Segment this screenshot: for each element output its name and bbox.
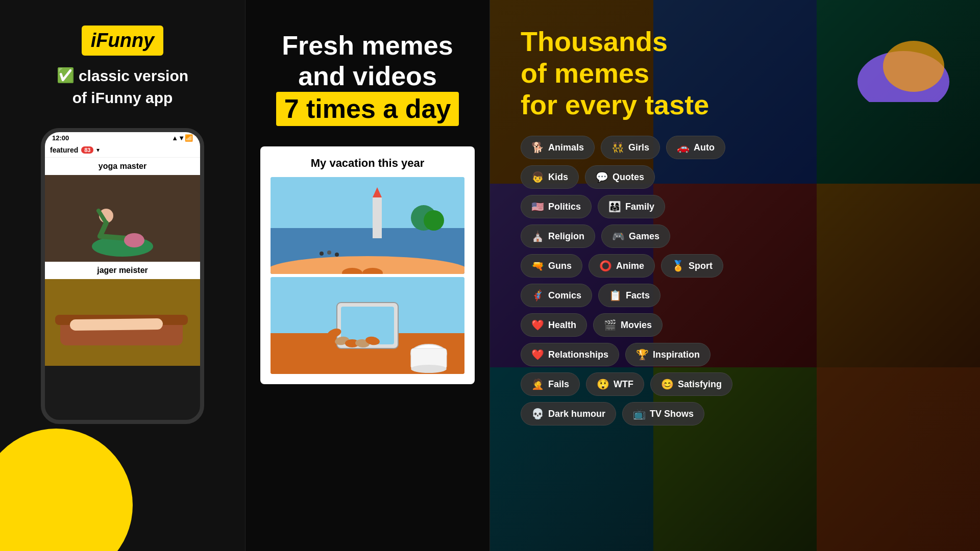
classic-description: ✅ classic version of iFunny app — [57, 66, 188, 108]
ifunny-logo-text: iFunny — [91, 30, 155, 51]
cat-girls[interactable]: 👯 Girls — [601, 136, 660, 159]
animals-icon: 🐕 — [531, 141, 544, 154]
cat-politics[interactable]: 🇺🇸 Politics — [521, 195, 592, 218]
girls-label: Girls — [628, 142, 649, 153]
politics-icon: 🇺🇸 — [531, 201, 544, 213]
cat-wtf[interactable]: 😲 WTF — [586, 372, 644, 396]
panel3-content: Thousands of memes for every taste 🐕 Ani… — [521, 26, 949, 425]
cat-anime[interactable]: ⭕ Anime — [589, 254, 655, 278]
cat-tv-shows[interactable]: 📺 TV Shows — [622, 402, 704, 425]
cat-row-10: 💀 Dark humour 📺 TV Shows — [521, 402, 949, 425]
cat-inspiration[interactable]: 🏆 Inspiration — [625, 343, 710, 366]
meme1-title: yoga master — [45, 158, 200, 175]
cat-movies[interactable]: 🎬 Movies — [593, 313, 663, 337]
cat-relationships[interactable]: ❤️ Relationships — [521, 343, 619, 366]
headline-of-memes: of memes — [521, 58, 649, 88]
meme2-image — [45, 279, 200, 366]
cat-animals[interactable]: 🐕 Animals — [521, 136, 595, 159]
cat-quotes[interactable]: 💬 Quotes — [585, 165, 655, 189]
svg-point-6 — [124, 233, 144, 247]
phone-time: 12:00 — [52, 134, 69, 142]
movies-icon: 🎬 — [604, 319, 617, 331]
inspiration-label: Inspiration — [653, 349, 700, 360]
games-icon: 🎮 — [612, 230, 625, 242]
desc-line2: of iFunny app — [57, 88, 188, 108]
cat-row-4: ⛪ Religion 🎮 Games — [521, 224, 949, 248]
svg-point-23 — [335, 253, 339, 257]
sport-label: Sport — [689, 261, 713, 271]
logo-wrap: iFunny — [82, 26, 164, 56]
cat-health[interactable]: ❤️ Health — [521, 313, 587, 337]
comics-icon: 🦸 — [531, 289, 544, 302]
featured-badge: 83 — [81, 146, 93, 154]
games-label: Games — [629, 231, 659, 242]
meme-card: My vacation this year — [260, 146, 475, 384]
cat-fails[interactable]: 🤦 Fails — [521, 372, 580, 396]
comics-label: Comics — [548, 290, 581, 301]
cat-row-6: 🦸 Comics 📋 Facts — [521, 284, 949, 307]
anime-icon: ⭕ — [599, 260, 612, 272]
anime-label: Anime — [616, 261, 644, 271]
quotes-icon: 💬 — [596, 171, 608, 183]
meme2-title: jager meister — [45, 262, 200, 279]
svg-line-11 — [76, 324, 157, 325]
phone-content: yoga master jager meister — [45, 158, 200, 366]
cat-family[interactable]: 👨‍👩‍👧 Family — [598, 195, 665, 218]
health-label: Health — [548, 320, 576, 331]
auto-label: Auto — [694, 142, 715, 153]
cat-games[interactable]: 🎮 Games — [601, 224, 670, 248]
girls-icon: 👯 — [611, 141, 624, 154]
featured-label[interactable]: featured — [50, 146, 78, 154]
svg-point-21 — [320, 252, 324, 256]
panel-ifunny: iFunny ✅ classic version of iFunny app 1… — [0, 0, 245, 551]
sport-icon: 🏅 — [672, 260, 684, 272]
cat-row-9: 🤦 Fails 😲 WTF 😊 Satisfying — [521, 372, 949, 396]
svg-point-35 — [411, 365, 447, 373]
guns-label: Guns — [548, 261, 572, 271]
cat-row-8: ❤️ Relationships 🏆 Inspiration — [521, 343, 949, 366]
movies-label: Movies — [621, 320, 652, 331]
svg-point-18 — [424, 210, 444, 231]
fails-icon: 🤦 — [531, 378, 544, 390]
cat-religion[interactable]: ⛪ Religion — [521, 224, 595, 248]
verified-badge-icon: ✅ — [57, 66, 75, 85]
ifunny-logo-box: iFunny — [82, 26, 164, 56]
satisfying-label: Satisfying — [678, 379, 722, 390]
cat-row-5: 🔫 Guns ⭕ Anime 🏅 Sport — [521, 254, 949, 278]
cat-dark-humour[interactable]: 💀 Dark humour — [521, 402, 616, 425]
cat-guns[interactable]: 🔫 Guns — [521, 254, 582, 278]
cat-sport[interactable]: 🏅 Sport — [661, 254, 723, 278]
religion-label: Religion — [548, 231, 584, 242]
family-label: Family — [625, 202, 654, 212]
panel2-headline: Fresh memes and videos 7 times a day — [276, 31, 459, 126]
wtf-label: WTF — [614, 379, 633, 390]
categories-grid: 🐕 Animals 👯 Girls 🚗 Auto 👦 Kids — [521, 136, 949, 425]
fails-label: Fails — [548, 379, 569, 390]
cat-row-7: ❤️ Health 🎬 Movies — [521, 313, 949, 337]
wtf-icon: 😲 — [597, 378, 609, 390]
guns-icon: 🔫 — [531, 260, 544, 272]
meme-card-bottom-image — [271, 277, 464, 374]
cat-satisfying[interactable]: 😊 Satisfying — [650, 372, 732, 396]
cat-kids[interactable]: 👦 Kids — [521, 165, 579, 189]
cat-row-2: 👦 Kids 💬 Quotes — [521, 165, 949, 189]
panel-categories: Thousands of memes for every taste 🐕 Ani… — [490, 0, 980, 551]
headline-thousands: Thousands — [521, 26, 668, 57]
phone-status-bar: 12:00 ▲▼📶 — [45, 132, 200, 144]
tv-shows-label: TV Shows — [650, 409, 694, 419]
family-icon: 👨‍👩‍👧 — [608, 201, 621, 213]
facts-label: Facts — [626, 290, 650, 301]
cat-auto[interactable]: 🚗 Auto — [666, 136, 725, 159]
headline-fresh: Fresh memes — [282, 31, 453, 60]
phone-signal-icons: ▲▼📶 — [172, 134, 193, 142]
cat-comics[interactable]: 🦸 Comics — [521, 284, 592, 307]
cat-row-3: 🇺🇸 Politics 👨‍👩‍👧 Family — [521, 195, 949, 218]
svg-rect-14 — [373, 197, 382, 238]
facts-icon: 📋 — [609, 289, 622, 302]
phone-featured-bar: featured 83 ▾ — [45, 144, 200, 158]
animals-label: Animals — [548, 142, 584, 153]
relationships-label: Relationships — [548, 349, 608, 360]
dropdown-icon[interactable]: ▾ — [96, 146, 100, 154]
cat-facts[interactable]: 📋 Facts — [598, 284, 660, 307]
relationships-icon: ❤️ — [531, 348, 544, 361]
